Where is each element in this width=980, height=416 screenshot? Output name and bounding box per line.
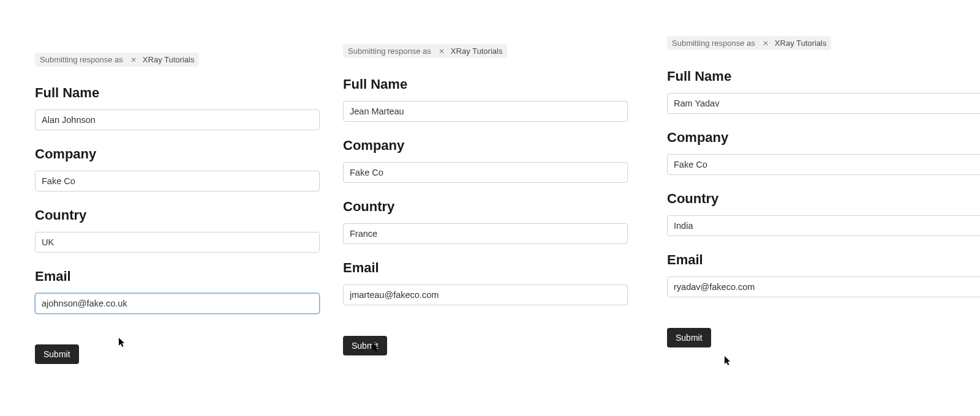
email-input[interactable] (343, 284, 628, 305)
field-full-name: Full Name (343, 76, 637, 122)
submit-button[interactable]: Submit (667, 328, 711, 347)
form-panel-2: Submitting response as ✕ XRay Tutorials … (667, 36, 980, 347)
full-name-input[interactable] (343, 101, 628, 122)
field-label-company: Company (343, 138, 637, 154)
mouse-cursor-icon (725, 356, 732, 366)
field-label-country: Country (35, 207, 329, 223)
field-label-country: Country (343, 199, 637, 215)
field-company: Company (667, 130, 980, 175)
field-company: Company (35, 146, 329, 191)
country-input[interactable] (35, 232, 320, 253)
field-label-full-name: Full Name (343, 76, 637, 92)
field-country: Country (35, 207, 329, 253)
close-icon[interactable]: ✕ (127, 56, 140, 64)
field-label-full-name: Full Name (667, 69, 980, 84)
tag-value: XRay Tutorials (448, 46, 503, 56)
submit-button[interactable]: Submit (35, 344, 79, 364)
field-label-country: Country (667, 191, 980, 207)
tag-label: Submitting response as (40, 55, 127, 64)
field-label-email: Email (35, 269, 329, 284)
country-input[interactable] (343, 223, 628, 244)
tag-label: Submitting response as (672, 39, 759, 48)
field-label-full-name: Full Name (35, 85, 329, 101)
field-company: Company (343, 138, 637, 183)
submitting-as-tag: Submitting response as ✕ XRay Tutorials (35, 53, 199, 67)
submitting-as-tag: Submitting response as ✕ XRay Tutorials (667, 36, 831, 50)
tag-value: XRay Tutorials (140, 55, 195, 64)
email-input[interactable] (667, 277, 980, 297)
submitting-as-tag: Submitting response as ✕ XRay Tutorials (343, 44, 507, 58)
field-label-email: Email (343, 260, 637, 276)
field-email: Email (667, 252, 980, 297)
field-country: Country (343, 199, 637, 244)
close-icon[interactable]: ✕ (435, 47, 448, 56)
form-panel-0: Submitting response as ✕ XRay Tutorials … (35, 53, 329, 364)
country-input[interactable] (667, 215, 980, 236)
field-label-company: Company (667, 130, 980, 146)
field-country: Country (667, 191, 980, 236)
company-input[interactable] (667, 154, 980, 175)
company-input[interactable] (35, 171, 320, 191)
close-icon[interactable]: ✕ (759, 39, 772, 48)
field-label-email: Email (667, 252, 980, 268)
tag-label: Submitting response as (348, 46, 435, 56)
field-label-company: Company (35, 146, 329, 162)
field-email: Email (343, 260, 637, 305)
full-name-input[interactable] (667, 93, 980, 114)
field-email: Email (35, 269, 329, 314)
email-input[interactable] (35, 293, 320, 314)
full-name-input[interactable] (35, 110, 320, 130)
submit-button[interactable]: Submit (343, 336, 387, 355)
field-full-name: Full Name (35, 85, 329, 130)
tag-value: XRay Tutorials (772, 39, 827, 48)
form-panel-1: Submitting response as ✕ XRay Tutorials … (343, 44, 637, 355)
company-input[interactable] (343, 162, 628, 183)
field-full-name: Full Name (667, 69, 980, 114)
